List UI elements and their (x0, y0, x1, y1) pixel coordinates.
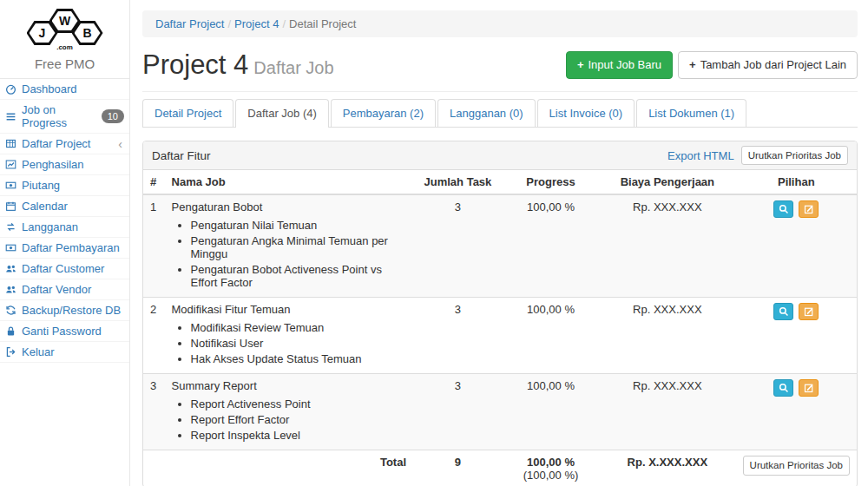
sidebar-item-calendar[interactable]: Calendar (0, 196, 129, 217)
total-tasks: 9 (413, 450, 503, 486)
edit-job-button[interactable] (799, 200, 819, 218)
sidebar-item-job-on-progress[interactable]: Job on Progress 10 (0, 100, 129, 134)
page-header: Project 4Daftar Job + Input Job Baru + T… (142, 37, 858, 92)
plus-icon: + (577, 57, 584, 73)
sidebar-item-piutang[interactable]: Piutang (0, 175, 129, 196)
edit-job-button[interactable] (799, 303, 819, 320)
sidebar-item-label: Job on Progress (22, 103, 96, 129)
sidebar-item-dashboard[interactable]: Dashboard (0, 79, 129, 100)
breadcrumb-separator: / (279, 17, 289, 30)
actions-cell (736, 374, 857, 450)
view-job-button[interactable] (773, 200, 793, 218)
table-icon (5, 138, 16, 149)
sidebar-item-label: Dashboard (22, 82, 77, 95)
sign-out-icon (5, 346, 16, 358)
tab-list-invoice[interactable]: List Invoice (0) (537, 99, 635, 127)
column-header-nama-job: Nama Job (165, 170, 414, 194)
sidebar-item-label: Piutang (22, 179, 60, 192)
search-icon (779, 306, 789, 317)
page-subtitle: Daftar Job (253, 58, 333, 77)
sidebar-item-label: Daftar Vendor (22, 283, 91, 296)
sidebar: W J B .com Free PMO Dashboard Job on Pro… (0, 0, 130, 486)
sidebar-menu: Dashboard Job on Progress 10 Daftar Proj… (0, 79, 129, 363)
tab-list-dokumen[interactable]: List Dokumen (1) (636, 99, 746, 127)
column-header-biaya-pengerjaan: Biaya Pengerjaan (599, 170, 735, 194)
subtask-item: Pengaturan Nilai Temuan (191, 217, 407, 233)
tasks-icon (5, 111, 16, 122)
tab-daftar-job[interactable]: Daftar Job (4) (235, 99, 328, 128)
column-header-jumlah-task: Jumlah Task (413, 170, 503, 194)
subtask-item: Modifikasi Review Temuan (191, 319, 407, 335)
progress-value: 100,00 % (503, 374, 599, 450)
chevron-left-icon: ‹ (118, 139, 124, 149)
urutkan-prioritas-job-button[interactable]: Urutkan Prioritas Job (741, 146, 848, 165)
subtask-item: Report Effort Factor (191, 411, 407, 427)
view-job-button[interactable] (773, 303, 793, 320)
jumlah-task-value: 3 (413, 374, 503, 450)
users-icon (5, 284, 16, 295)
daftar-fitur-table: # Nama Job Jumlah Task Progress Biaya Pe… (143, 170, 857, 486)
actions-cell (736, 298, 857, 374)
sidebar-item-langganan[interactable]: Langganan (0, 217, 129, 238)
job-name-cell: Modifikasi Fitur Temuan Modifikasi Revie… (165, 298, 414, 374)
sidebar-item-penghasilan[interactable]: Penghasilan (0, 154, 129, 175)
sidebar-item-ganti-password[interactable]: Ganti Password (0, 321, 129, 342)
sidebar-item-label: Ganti Password (22, 325, 102, 338)
logo-domain-text: .com (49, 43, 81, 51)
breadcrumb: Daftar Project/Project 4/Detail Project (142, 10, 858, 37)
brand-name: Free PMO (0, 56, 129, 71)
export-html-link[interactable]: Export HTML (667, 149, 734, 162)
edit-icon (804, 383, 814, 393)
page-title: Project 4Daftar Job (142, 49, 334, 81)
view-job-button[interactable] (773, 379, 793, 397)
breadcrumb-link-project-4[interactable]: Project 4 (234, 17, 279, 30)
sidebar-item-label: Daftar Customer (22, 262, 104, 275)
actions-cell (736, 194, 857, 298)
line-chart-icon (5, 159, 16, 170)
sidebar-item-label: Calendar (22, 200, 68, 213)
sidebar-item-backup-restore-db[interactable]: Backup/Restore DB (0, 300, 129, 321)
sidebar-item-daftar-project[interactable]: Daftar Project ‹ (0, 134, 129, 154)
breadcrumb-separator: / (224, 17, 234, 30)
breadcrumb-current: Detail Project (289, 17, 356, 30)
subtask-list: Pengaturan Nilai Temuan Pengaturan Angka… (172, 217, 407, 290)
row-number: 3 (143, 374, 165, 450)
users-icon (5, 263, 16, 274)
sidebar-item-label: Penghasilan (22, 158, 84, 171)
row-number: 2 (143, 298, 165, 374)
calendar-icon (5, 200, 16, 212)
lock-icon (5, 325, 16, 337)
tab-detail-project[interactable]: Detail Project (142, 99, 233, 127)
job-count-badge: 10 (102, 109, 124, 123)
subtask-item: Notifikasi User (191, 335, 407, 351)
urutkan-prioritas-job-button[interactable]: Urutkan Prioritas Job (743, 456, 850, 475)
panel-title: Daftar Fitur (152, 149, 667, 162)
sidebar-item-daftar-customer[interactable]: Daftar Customer (0, 259, 129, 279)
sidebar-item-label: Langganan (22, 220, 78, 233)
money-icon (5, 180, 16, 191)
jumlah-task-value: 3 (413, 194, 503, 298)
input-job-baru-button[interactable]: + Input Job Baru (566, 51, 673, 79)
progress-value: 100,00 % (503, 194, 599, 298)
job-title: Pengaturan Bobot (172, 200, 407, 214)
sidebar-item-daftar-pembayaran[interactable]: Daftar Pembayaran (0, 238, 129, 259)
edit-job-button[interactable] (799, 379, 819, 397)
tab-langganan[interactable]: Langganan (0) (437, 99, 536, 127)
job-name-cell: Summary Report Report Activeness Point R… (165, 374, 414, 450)
search-icon (779, 383, 789, 393)
tambah-job-dari-project-lain-button[interactable]: + Tambah Job dari Project Lain (678, 51, 858, 79)
money-icon (5, 242, 16, 253)
refresh-icon (5, 305, 16, 316)
sidebar-item-keluar[interactable]: Keluar (0, 342, 129, 363)
job-name-cell: Pengaturan Bobot Pengaturan Nilai Temuan… (165, 194, 414, 298)
sidebar-item-label: Keluar (22, 345, 55, 358)
sidebar-item-daftar-vendor[interactable]: Daftar Vendor (0, 279, 129, 300)
tab-pembayaran[interactable]: Pembayaran (2) (331, 99, 436, 127)
subtask-item: Pengaturan Bobot Activeness Point vs Eff… (191, 261, 407, 290)
breadcrumb-link-daftar-project[interactable]: Daftar Project (155, 17, 224, 30)
subtask-item: Report Activeness Point (191, 396, 407, 411)
total-actions-cell: Urutkan Prioritas Job (736, 450, 857, 486)
progress-value: 100,00 % (503, 298, 599, 374)
column-header-no: # (143, 170, 165, 194)
sidebar-item-label: Daftar Project (22, 137, 90, 150)
